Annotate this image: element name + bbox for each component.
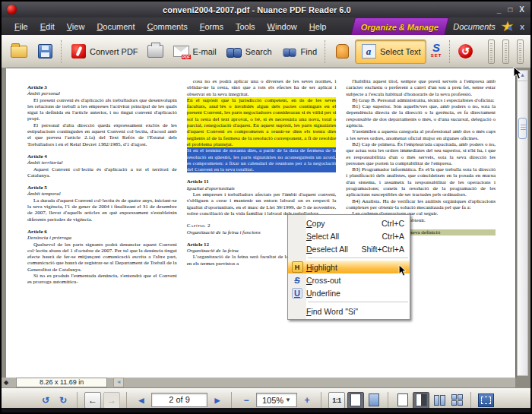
- hand-icon: [334, 43, 350, 60]
- convert-pdf-button[interactable]: Convert PDF: [65, 40, 143, 63]
- save-button[interactable]: [32, 40, 58, 63]
- full-screen-button[interactable]: [478, 393, 494, 408]
- zoom-level-select[interactable]: 105% ▼: [256, 393, 297, 407]
- zoom-in-button[interactable]: +: [299, 393, 315, 408]
- single-page-icon: [397, 393, 408, 406]
- menu-help[interactable]: Help: [304, 20, 332, 33]
- highlight-icon: H: [292, 261, 303, 273]
- search-button[interactable]: Search: [221, 40, 277, 63]
- single-page-button[interactable]: [395, 393, 410, 408]
- zoom-out-button[interactable]: −: [239, 393, 254, 408]
- assistant-icon[interactable]: [502, 21, 514, 32]
- context-menu-item-find-word-si[interactable]: Find Word "Si": [288, 305, 410, 318]
- previous-view-button[interactable]: ←: [84, 392, 101, 409]
- facing-pages-button[interactable]: [432, 393, 447, 408]
- doc-text: El personal d'alta direcció queda expres…: [27, 122, 177, 147]
- next-page-button[interactable]: ▶: [210, 393, 225, 408]
- maximize-button[interactable]: □: [508, 5, 512, 14]
- horizontal-scroll-row: ◆ 8.26 x 11.69 in ◄: [2, 378, 515, 387]
- context-menu-item-select-all[interactable]: Select AllCtrl+A: [288, 229, 410, 242]
- fit-width-button[interactable]: [366, 393, 382, 408]
- open-button[interactable]: [6, 40, 32, 63]
- app-icon: [7, 5, 17, 14]
- continuous-page-button[interactable]: [413, 392, 429, 409]
- back-arrow-icon: ←: [88, 395, 97, 406]
- menu-edit[interactable]: Edit: [35, 20, 60, 33]
- hand-tool-button[interactable]: [329, 40, 355, 63]
- doc-text: Article 6: [27, 229, 177, 235]
- menu-comments[interactable]: Comments: [142, 20, 193, 33]
- set-tool-button[interactable]: SSET: [426, 41, 447, 62]
- doc-text: S'assimilen a aquesta categoria al profe…: [346, 128, 496, 141]
- menu-item-label: Cross-out: [306, 276, 341, 285]
- four-pages-icon: [451, 394, 463, 406]
- undo-button[interactable]: ↺: [454, 41, 477, 62]
- menu-bar: FileEditViewDocumentCommentsFormsToolsWi…: [2, 17, 530, 36]
- minimize-button[interactable]: _: [497, 5, 502, 14]
- titlebar: conveni2004-2007.pdf - Nuance PDF Reader…: [2, 2, 530, 17]
- doc-text: l'habilita aquest títol, sempre que pres…: [346, 78, 496, 97]
- menu-separator: [308, 302, 408, 302]
- doc-text: Article 5: [27, 185, 177, 191]
- print-button[interactable]: [143, 40, 169, 63]
- window-footer: [2, 408, 530, 412]
- panel-close-icon[interactable]: x: [520, 22, 524, 31]
- rotate-left-button[interactable]: ↺: [38, 393, 53, 408]
- doc-text: Àmbit territorial: [27, 160, 177, 166]
- doc-text: Article 4: [27, 153, 177, 160]
- organize-manage-tab[interactable]: Organize & Manage: [350, 17, 449, 36]
- doc-text: B4) Analista. Ha de verificar les anàlis…: [346, 198, 496, 211]
- facing-pages-icon: [434, 395, 445, 406]
- menu-window[interactable]: Window: [262, 20, 302, 33]
- convert-pdf-icon: [70, 43, 87, 60]
- menu-document[interactable]: Document: [91, 20, 140, 33]
- context-menu-item-cross-out[interactable]: SCross-out: [288, 273, 410, 286]
- printer-icon: [147, 43, 164, 60]
- vertical-scrollbar[interactable]: ▲: [517, 70, 528, 376]
- menu-item-label: Select All: [306, 232, 339, 241]
- pdf-page[interactable]: Article 3Àmbit personalEl present conven…: [6, 68, 515, 378]
- rotate-right-button[interactable]: ↻: [55, 393, 71, 408]
- doc-text: Àmbit personal: [27, 90, 177, 96]
- menu-item-label: Copy: [306, 219, 325, 228]
- four-pages-button[interactable]: [449, 393, 464, 408]
- chevron-down-icon: ▼: [285, 397, 291, 403]
- close-button[interactable]: X: [519, 5, 524, 14]
- context-menu-item-copy[interactable]: CopyCtrl+C: [288, 216, 410, 229]
- collapsed-toolbar-handle[interactable]: [488, 40, 495, 64]
- selected-text[interactable]: Si en el termini de noranta dies, a part…: [187, 147, 337, 172]
- context-menu: CopyCtrl+CSelect AllCtrl+ADeselect AllSh…: [287, 214, 410, 320]
- menu-forms[interactable]: Forms: [195, 20, 229, 33]
- menu-cursor: [398, 264, 407, 277]
- collapsed-toolbar-handle[interactable]: [502, 40, 509, 64]
- mouse-cursor: [513, 66, 523, 80]
- fit-page-icon: [350, 393, 361, 406]
- context-menu-item-highlight[interactable]: HHighlight: [288, 261, 410, 273]
- menu-item-shortcut: Shift+Ctrl+A: [361, 245, 404, 254]
- previous-page-icon: ◀: [139, 397, 144, 404]
- menu-file[interactable]: File: [9, 20, 33, 33]
- find-button[interactable]: Find: [277, 40, 321, 63]
- continuous-icon: [416, 393, 427, 406]
- page-number-input[interactable]: 2 of 9: [151, 393, 207, 407]
- context-menu-item-deselect-all[interactable]: Deselect AllShift+Ctrl+A: [288, 242, 410, 255]
- documents-tab[interactable]: Documents: [453, 22, 496, 31]
- menu-tools[interactable]: Tools: [230, 20, 261, 33]
- collapsed-toolbar-handle[interactable]: [517, 40, 524, 64]
- next-view-button[interactable]: →: [103, 392, 120, 409]
- actual-size-button[interactable]: 1:1: [328, 392, 345, 409]
- menu-item-shortcut: Ctrl+A: [382, 232, 404, 241]
- menu-view[interactable]: View: [62, 20, 90, 33]
- context-menu-item-underline[interactable]: UUnderline: [288, 286, 410, 299]
- rotate-left-icon: ↺: [42, 395, 49, 406]
- scrollbar-thumb[interactable]: [518, 118, 527, 139]
- email-button[interactable]: E-mail: [169, 40, 221, 63]
- previous-page-button[interactable]: ◀: [134, 393, 149, 408]
- forward-arrow-icon: →: [107, 395, 116, 406]
- fit-page-button[interactable]: [347, 392, 364, 409]
- menu-item-label: Underline: [306, 289, 340, 298]
- doc-text: B3) Programador informàtica. És el/la qu…: [346, 166, 496, 198]
- doc-text: Igualtat d'oportunitats: [187, 185, 337, 191]
- select-text-button[interactable]: a Select Text: [355, 40, 426, 64]
- scroll-left-icon[interactable]: ◄: [113, 378, 124, 387]
